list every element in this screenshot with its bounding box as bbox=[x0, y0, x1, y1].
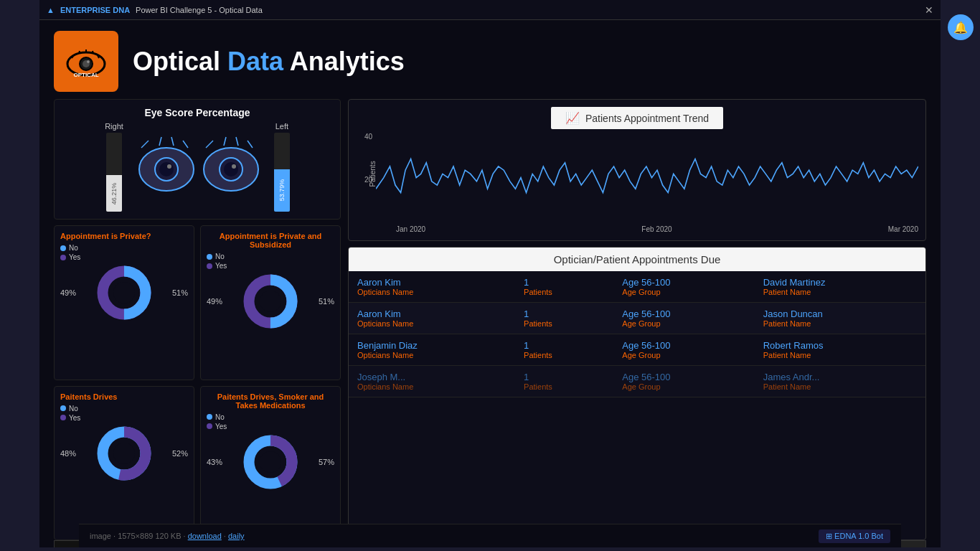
trend-y-axis-label: Patients bbox=[369, 161, 377, 187]
notification-bell[interactable]: 🔔 bbox=[948, 14, 974, 40]
top-bar-title: Power BI Challenge 5 - Optical Data bbox=[136, 6, 263, 14]
row1-patients: 1 Patients bbox=[515, 271, 613, 303]
row4-patient-name: James Andr... Patient Name bbox=[755, 366, 925, 397]
trend-title-box: 📈 Patients Appointment Trend bbox=[551, 107, 723, 129]
trend-chart-icon: 📈 bbox=[565, 111, 580, 125]
row4-age-group: Age 56-100 Age Group bbox=[613, 366, 754, 397]
smoker-legend-yes: Yes bbox=[207, 423, 334, 430]
drives-yes-label: Yes bbox=[69, 414, 80, 422]
eye-score-section: Eye Score Percentage Right 46.21% bbox=[54, 99, 341, 220]
subsidized-yes-label: Yes bbox=[215, 262, 227, 270]
smoker-right-pct: 57% bbox=[319, 458, 334, 466]
close-icon[interactable]: ✕ bbox=[925, 4, 933, 16]
trend-x-jan: Jan 2020 bbox=[396, 225, 425, 233]
drives-legend-yes: Yes bbox=[60, 414, 188, 422]
trend-svg-area bbox=[376, 133, 918, 219]
row2-optician: Aaron Kim Opticians Name bbox=[349, 303, 515, 334]
appointment-private-section: Appointment is Private? No Yes 49% bbox=[54, 225, 194, 380]
subsidized-no-dot bbox=[207, 254, 212, 260]
right-eye-bar: 46.21% bbox=[106, 133, 122, 212]
svg-line-18 bbox=[141, 141, 149, 148]
enterprise-dna-logo: ▲ bbox=[47, 6, 55, 14]
trend-title: Patients Appointment Trend bbox=[585, 113, 709, 124]
row3-optician: Benjamin Diaz Opticians Name bbox=[349, 334, 515, 366]
svg-point-16 bbox=[224, 162, 238, 176]
trend-line-chart bbox=[376, 133, 918, 219]
yes-label: Yes bbox=[69, 253, 80, 261]
row2-patients: 1 Patients bbox=[515, 303, 613, 334]
trend-section: 📈 Patients Appointment Trend 40 20 bbox=[348, 99, 926, 241]
eye-score-content: Right 46.21% bbox=[62, 122, 333, 212]
svg-line-20 bbox=[171, 137, 174, 146]
subsidized-yes-dot bbox=[207, 263, 212, 269]
svg-line-22 bbox=[206, 141, 213, 148]
subsidized-right-pct: 51% bbox=[319, 297, 334, 306]
right-eye-fill: 46.21% bbox=[106, 175, 122, 212]
drives-donut-container: 48% 52% bbox=[60, 425, 188, 482]
svg-text:OPTICAL: OPTICAL bbox=[73, 72, 98, 78]
subsidized-legend-yes: Yes bbox=[207, 262, 334, 270]
row1-patient-name: David Martinez Patient Name bbox=[755, 271, 925, 303]
row1-age-group: Age 56-100 Age Group bbox=[613, 271, 754, 303]
upper-donuts-row: Appointment is Private? No Yes 49% bbox=[54, 225, 341, 380]
smoker-left-pct: 43% bbox=[207, 458, 222, 466]
svg-line-7 bbox=[93, 51, 93, 54]
dashboard-header: OPTICAL Optical Data Analytics bbox=[39, 20, 941, 99]
row3-patient-name: Robert Ramos Patient Name bbox=[755, 334, 925, 366]
svg-point-34 bbox=[113, 443, 135, 464]
yes-dot bbox=[60, 255, 66, 260]
status-bar-file-info: image · 1575×889 120 KB · bbox=[90, 532, 188, 540]
legend-no: No bbox=[60, 244, 188, 252]
eye-score-title: Eye Score Percentage bbox=[62, 107, 333, 118]
legend-yes: Yes bbox=[60, 253, 188, 261]
logo-box: OPTICAL bbox=[54, 31, 118, 92]
trend-y-max: 40 bbox=[364, 133, 372, 141]
lower-donuts-row: Paitents Drives No Yes 48% bbox=[54, 386, 341, 541]
row1-optician: Aaron Kim Opticians Name bbox=[349, 271, 515, 303]
download-link[interactable]: download bbox=[188, 532, 222, 540]
left-eye-pct: 53.79% bbox=[278, 179, 286, 202]
page-title: Optical Data Analytics bbox=[133, 47, 405, 77]
smoker-legend-no: No bbox=[207, 413, 334, 421]
side-panel-left bbox=[0, 0, 39, 551]
trend-chart: 40 20 Jan 2020 Feb 2020 Mar 2020 bbox=[356, 133, 918, 233]
side-panel-right: 🔔 bbox=[941, 0, 980, 551]
svg-line-21 bbox=[183, 141, 188, 148]
appointments-due-section: Optician/Patient Appointments Due Aaron … bbox=[348, 247, 926, 540]
drives-donut-chart bbox=[95, 425, 153, 482]
svg-point-28 bbox=[113, 282, 135, 303]
drives-legend: No Yes bbox=[60, 405, 188, 422]
drives-no-dot bbox=[60, 405, 66, 411]
trend-header: 📈 Patients Appointment Trend bbox=[356, 107, 918, 129]
patients-drives-smoker-section: Paitents Drives, Smoker and Takes Medica… bbox=[200, 386, 341, 541]
svg-line-5 bbox=[79, 51, 80, 54]
row3-age-group: Age 56-100 Age Group bbox=[613, 334, 754, 366]
content-grid: Eye Score Percentage Right 46.21% bbox=[39, 99, 941, 540]
private-left-pct: 49% bbox=[60, 288, 76, 297]
drives-legend-no: No bbox=[60, 405, 188, 413]
left-eye-bar: 53.79% bbox=[274, 133, 290, 212]
svg-point-13 bbox=[167, 164, 171, 169]
left-eye-label: Left bbox=[275, 122, 288, 131]
table-row: Benjamin Diaz Opticians Name 1 Patients … bbox=[349, 334, 925, 366]
table-row: Aaron Kim Opticians Name 1 Patients Age … bbox=[349, 303, 925, 334]
svg-point-31 bbox=[260, 291, 281, 312]
subsidized-donut-chart bbox=[242, 273, 299, 330]
enterprise-label: ENTERPRISE DNA bbox=[60, 6, 130, 14]
drives-right-pct: 52% bbox=[172, 449, 188, 458]
svg-point-17 bbox=[232, 164, 236, 169]
eyes-illustration bbox=[134, 130, 263, 204]
trend-x-labels: Jan 2020 Feb 2020 Mar 2020 bbox=[356, 225, 918, 233]
private-donut-chart bbox=[95, 264, 153, 321]
smoker-yes-dot bbox=[207, 423, 212, 429]
drives-left-pct: 48% bbox=[60, 449, 76, 458]
svg-line-24 bbox=[236, 137, 238, 146]
private-legend: No Yes bbox=[60, 244, 188, 261]
trend-x-mar: Mar 2020 bbox=[888, 225, 918, 233]
row4-patients: 1 Patients bbox=[515, 366, 613, 397]
row3-patients: 1 Patients bbox=[515, 334, 613, 366]
daily-link[interactable]: daily bbox=[228, 532, 245, 540]
trend-x-feb: Feb 2020 bbox=[641, 225, 672, 233]
smoker-yes-label: Yes bbox=[215, 423, 227, 430]
patients-drives-title: Paitents Drives bbox=[60, 392, 188, 401]
